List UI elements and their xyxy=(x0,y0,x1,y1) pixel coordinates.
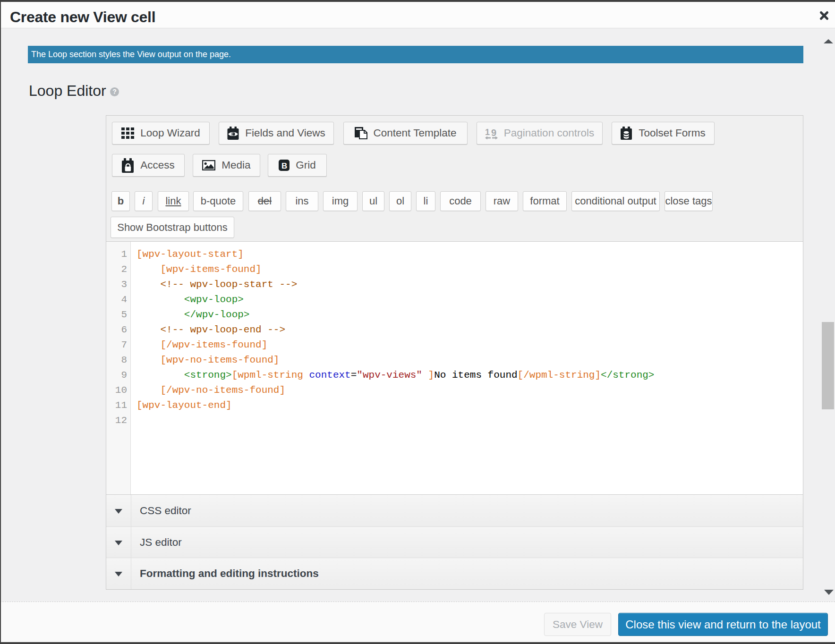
svg-text:9: 9 xyxy=(491,127,496,138)
svg-text:1: 1 xyxy=(485,127,490,137)
svg-text:B: B xyxy=(281,161,287,170)
